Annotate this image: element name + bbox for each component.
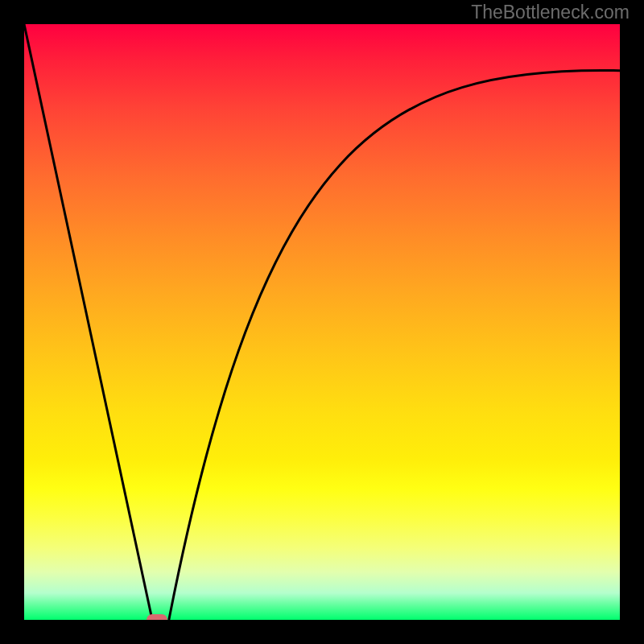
bottleneck-curve-right bbox=[169, 70, 620, 620]
plot-area bbox=[24, 24, 620, 620]
curve-layer bbox=[24, 24, 620, 620]
watermark-text: TheBottleneck.com bbox=[471, 2, 630, 23]
bottleneck-curve-left bbox=[24, 24, 152, 620]
optimum-marker bbox=[147, 614, 168, 620]
